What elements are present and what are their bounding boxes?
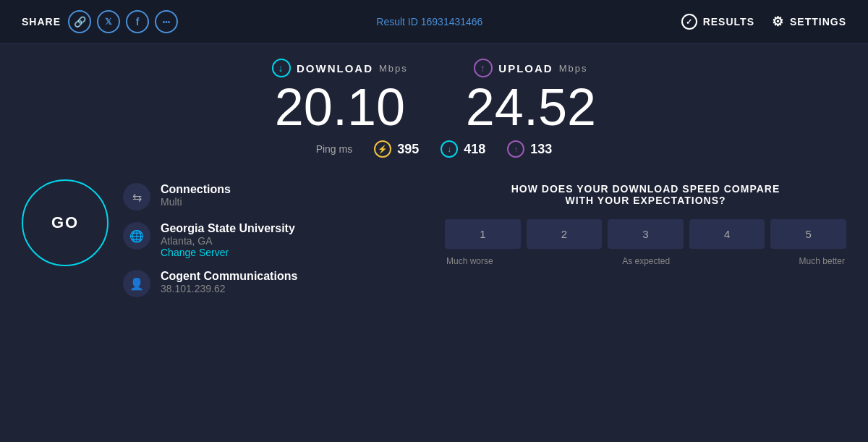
main-container: SHARE 🔗 𝕏 f ••• Result ID 16931431466 ✓ … bbox=[0, 0, 868, 442]
upload-icon: ↑ bbox=[474, 59, 493, 77]
ping-up-icon: ↑ bbox=[507, 140, 524, 158]
rating-label-right: Much better bbox=[799, 256, 845, 266]
rating-label-left: Much worse bbox=[446, 256, 493, 266]
upload-block: ↑ UPLOAD Mbps 24.52 bbox=[466, 59, 596, 133]
server-item: 🌐 Georgia State University Atlanta, GA C… bbox=[123, 222, 297, 258]
upload-label: ↑ UPLOAD Mbps bbox=[474, 59, 587, 77]
go-button[interactable]: GO bbox=[22, 179, 109, 266]
rating-section: 1 2 3 4 5 Much worse As expected Much be… bbox=[445, 219, 846, 266]
download-icon: ↓ bbox=[272, 59, 291, 77]
main-content: ↓ DOWNLOAD Mbps 20.10 ↑ UPLOAD Mbps 24.5… bbox=[0, 44, 868, 442]
connections-icon: ⇆ bbox=[123, 183, 150, 211]
isp-item: 👤 Cogent Communications 38.101.239.62 bbox=[123, 270, 297, 297]
rating-labels: Much worse As expected Much better bbox=[445, 256, 846, 266]
download-block: ↓ DOWNLOAD Mbps 20.10 bbox=[272, 59, 408, 133]
info-list: ⇆ Connections Multi 🌐 Georgia State Univ… bbox=[123, 179, 297, 297]
download-label: ↓ DOWNLOAD Mbps bbox=[272, 59, 408, 77]
results-button[interactable]: ✓ RESULTS bbox=[681, 14, 754, 30]
bottom-section: GO ⇆ Connections Multi 🌐 Georg bbox=[22, 179, 846, 297]
settings-button[interactable]: ⚙ SETTINGS bbox=[772, 14, 846, 30]
server-text: Georgia State University Atlanta, GA Cha… bbox=[161, 222, 295, 258]
rating-btn-2[interactable]: 2 bbox=[527, 219, 603, 249]
header: SHARE 🔗 𝕏 f ••• Result ID 16931431466 ✓ … bbox=[0, 0, 868, 44]
share-label: SHARE bbox=[22, 16, 61, 27]
rating-label-center: As expected bbox=[622, 256, 670, 266]
rating-btn-4[interactable]: 4 bbox=[689, 219, 765, 249]
upload-value: 24.52 bbox=[466, 81, 596, 133]
expectation-title: HOW DOES YOUR DOWNLOAD SPEED COMPAREWITH… bbox=[511, 183, 780, 206]
check-icon: ✓ bbox=[681, 14, 697, 30]
rating-buttons: 1 2 3 4 5 bbox=[445, 219, 846, 249]
right-section: HOW DOES YOUR DOWNLOAD SPEED COMPAREWITH… bbox=[445, 179, 846, 297]
more-icon[interactable]: ••• bbox=[155, 10, 178, 33]
ping-upload: ↑ 133 bbox=[507, 140, 552, 158]
connections-text: Connections Multi bbox=[161, 183, 231, 208]
ping-down-icon: ↓ bbox=[441, 140, 458, 158]
change-server-link[interactable]: Change Server bbox=[161, 247, 295, 258]
facebook-icon[interactable]: f bbox=[126, 10, 149, 33]
ping-label: Ping ms bbox=[316, 143, 353, 155]
link-icon[interactable]: 🔗 bbox=[68, 10, 91, 33]
isp-icon: 👤 bbox=[123, 270, 150, 297]
header-right: ✓ RESULTS ⚙ SETTINGS bbox=[681, 14, 846, 30]
server-icon: 🌐 bbox=[123, 222, 150, 250]
ping-jitter: ⚡ 395 bbox=[374, 140, 419, 158]
jitter-icon: ⚡ bbox=[374, 140, 391, 158]
share-section: SHARE 🔗 𝕏 f ••• bbox=[22, 10, 178, 33]
social-icons: 🔗 𝕏 f ••• bbox=[68, 10, 178, 33]
left-section: GO ⇆ Connections Multi 🌐 Georg bbox=[22, 179, 423, 297]
twitter-icon[interactable]: 𝕏 bbox=[97, 10, 120, 33]
rating-btn-3[interactable]: 3 bbox=[608, 219, 684, 249]
download-value: 20.10 bbox=[275, 81, 405, 133]
result-id-value: 16931431466 bbox=[421, 16, 483, 27]
rating-btn-5[interactable]: 5 bbox=[770, 219, 846, 249]
gear-icon: ⚙ bbox=[772, 14, 784, 30]
rating-btn-1[interactable]: 1 bbox=[445, 219, 521, 249]
ping-section: Ping ms ⚡ 395 ↓ 418 ↑ 133 bbox=[316, 140, 553, 158]
ping-download: ↓ 418 bbox=[441, 140, 485, 158]
speed-section: ↓ DOWNLOAD Mbps 20.10 ↑ UPLOAD Mbps 24.5… bbox=[22, 59, 846, 133]
connections-item: ⇆ Connections Multi bbox=[123, 183, 297, 211]
isp-text: Cogent Communications 38.101.239.62 bbox=[161, 270, 297, 294]
result-id: Result ID 16931431466 bbox=[376, 16, 482, 27]
